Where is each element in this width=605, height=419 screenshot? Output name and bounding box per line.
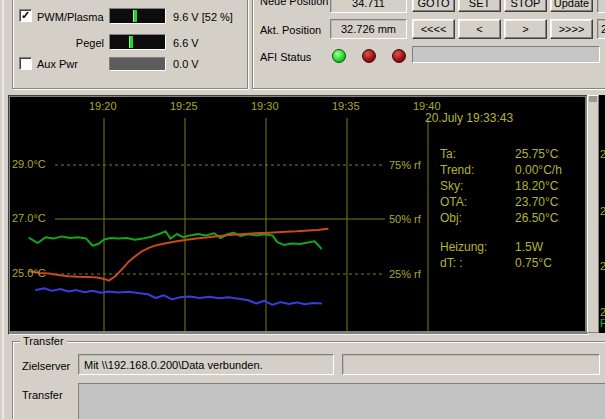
- readout-text: 1.5W: [515, 240, 543, 254]
- zielserver-field-2[interactable]: [342, 354, 600, 375]
- jog-button-[interactable]: >: [504, 19, 547, 39]
- chart-tick-label: 19:20: [89, 100, 117, 112]
- afi-led-red-2: [392, 49, 406, 63]
- side-field-row1[interactable]: [597, 0, 605, 13]
- afi-status-label: AFI Status: [260, 51, 311, 63]
- button-update[interactable]: Update: [550, 0, 593, 12]
- pwm-label: PWM/Plasma: [37, 11, 104, 23]
- readout-text: Trend:: [440, 163, 474, 177]
- aux-pwr-value: 0.0 V: [173, 58, 199, 70]
- pwm-value: 9.6 V [52 %]: [173, 11, 233, 23]
- chart-tick-label: 19:30: [251, 100, 279, 112]
- transfer-label: Transfer: [22, 389, 63, 401]
- pwm-slider[interactable]: [109, 8, 166, 24]
- pegel-slider[interactable]: [109, 34, 166, 50]
- readout-text: 23.70°C: [515, 195, 559, 209]
- panel-left-edge: [2, 0, 4, 419]
- series-obj: [30, 229, 328, 281]
- afi-led-green-0: [332, 49, 346, 63]
- jog-button-row: <<<<<>>>>>: [412, 19, 593, 39]
- pegel-value: 6.6 V: [173, 37, 199, 49]
- jog-button-[interactable]: <: [458, 19, 501, 39]
- akt-position-field: 32.726 mm: [330, 19, 407, 39]
- button-stop[interactable]: STOP: [504, 0, 547, 12]
- chart-tick-label: 25.0°C: [12, 267, 46, 279]
- readout-text: OTA:: [440, 195, 467, 209]
- secondary-chart-fragment: 2: [600, 260, 605, 272]
- aux-pwr-checkbox[interactable]: [19, 57, 32, 70]
- afi-status-bar: [412, 46, 600, 63]
- chart-tick-label: 25% rf: [389, 268, 421, 280]
- jog-button-[interactable]: >>>>: [550, 19, 593, 39]
- aux-pwr-label: Aux Pwr: [37, 58, 78, 70]
- aux-pwr-bar: [109, 57, 166, 71]
- readout-text: 18.20°C: [515, 179, 559, 193]
- neue-position-label: Neue Position: [260, 0, 329, 7]
- chart-tick-label: 29.0°C: [12, 158, 46, 170]
- button-set[interactable]: SET: [458, 0, 501, 12]
- readout-text: Heizung:: [440, 240, 487, 254]
- button-goto[interactable]: GOTO: [412, 0, 455, 12]
- chart-tick-label: 19:35: [332, 100, 360, 112]
- series-ota: [36, 288, 321, 305]
- goto-button-row: GOTOSETSTOPUpdate: [412, 0, 593, 12]
- secondary-chart-fragment: 2: [600, 205, 605, 217]
- readout-text: 0.00°C/h: [515, 163, 562, 177]
- chart-tick-label: 19:25: [170, 100, 198, 112]
- side-field-row2[interactable]: 2: [597, 19, 605, 39]
- temperature-chart: 19:2019:2519:3019:3519:4029.0°C75% rf27.…: [10, 97, 585, 331]
- secondary-chart-fragment-green: F: [600, 317, 605, 329]
- pwm-checkbox[interactable]: ✓: [19, 9, 32, 22]
- zielserver-label: Zielserver: [22, 360, 70, 372]
- pwm-slider-thumb[interactable]: [133, 10, 137, 22]
- akt-position-label: Akt. Position: [260, 24, 321, 36]
- chart-tick-label: 27.0°C: [12, 212, 46, 224]
- chart-tick-label: 50% rf: [389, 213, 421, 225]
- readout-text: 26.50°C: [515, 211, 559, 225]
- splitter-grip[interactable]: [589, 96, 597, 102]
- pegel-slider-thumb[interactable]: [129, 36, 133, 48]
- afi-led-row: [332, 49, 406, 63]
- neue-position-field[interactable]: 34.711: [330, 0, 407, 13]
- readout-text: Obj:: [440, 211, 462, 225]
- zielserver-field[interactable]: Mit \\192.168.0.200\Data verbunden.: [78, 354, 334, 375]
- pegel-label: Pegel: [34, 37, 104, 49]
- jog-button-[interactable]: <<<<: [412, 19, 455, 39]
- readout-text: dT: :: [440, 256, 463, 270]
- chart-tick-label: 75% rf: [389, 159, 421, 171]
- afi-led-red-1: [362, 49, 376, 63]
- readout-text: 25.75°C: [515, 147, 559, 161]
- secondary-chart-fragment: 2: [600, 148, 605, 160]
- chart-frame: 19:2019:2519:3019:3519:4029.0°C75% rf27.…: [8, 95, 589, 335]
- readout-text: 0.75°C: [515, 256, 552, 270]
- transfer-group-title: Transfer: [20, 335, 67, 347]
- readout-text: Ta:: [440, 147, 456, 161]
- chart-splitter[interactable]: [587, 95, 599, 333]
- afi-control-window: { "colors": { "panel": "#d4d0c8", "chart…: [0, 0, 605, 419]
- readout-text: 20.July 19:33:43: [425, 111, 513, 125]
- series-ta: [30, 231, 322, 248]
- transfer-log-area[interactable]: [78, 383, 605, 419]
- secondary-chart-sliver: 2222F: [599, 95, 605, 333]
- readout-text: Sky:: [440, 179, 463, 193]
- position-groupbox: [252, 0, 605, 89]
